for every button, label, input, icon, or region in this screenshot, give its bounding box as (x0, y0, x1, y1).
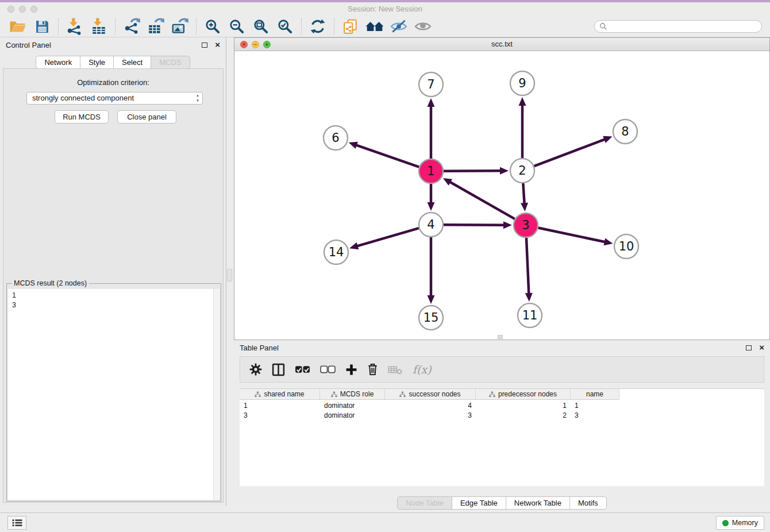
window-title: Session: New Session (0, 2, 770, 16)
mcds-result-group: MCDS result (2 nodes) 1 3 (6, 283, 221, 502)
search-icon (599, 22, 607, 30)
tab-select[interactable]: Select (113, 56, 151, 69)
edge-2-8[interactable] (534, 139, 606, 166)
table-panel: Table Panel × f(x) shared nameMCDS roles… (234, 340, 770, 512)
toolbar-separator (115, 18, 116, 34)
tab-node-table[interactable]: Node Table (397, 496, 452, 510)
tab-style[interactable]: Style (80, 56, 114, 69)
task-history-button[interactable] (7, 516, 26, 530)
criterion-select[interactable]: strongly connected component ▲▼ (26, 92, 203, 105)
table-header-row: shared nameMCDS rolesuccessor nodesprede… (240, 389, 619, 400)
column-header-shared-name[interactable]: shared name (240, 389, 320, 400)
column-header-predecessor-nodes[interactable]: predecessor nodes (476, 389, 571, 400)
column-header-MCDS-role[interactable]: MCDS role (320, 389, 385, 400)
list-icon (12, 519, 22, 527)
cell[interactable]: dominator (320, 411, 385, 421)
close-view-light[interactable]: × (240, 41, 248, 48)
cell[interactable]: 3 (385, 411, 476, 421)
table-panel-title: Table Panel (240, 344, 279, 352)
zoom-in-icon[interactable] (201, 17, 225, 36)
open-in-cybrowser-icon[interactable] (338, 17, 363, 36)
edge-2-3[interactable] (523, 183, 524, 205)
search-input[interactable] (610, 22, 757, 30)
cell[interactable]: 1 (571, 401, 619, 411)
network-window-titlebar[interactable]: × − + scc.txt (234, 38, 769, 51)
cell[interactable]: 4 (385, 401, 476, 411)
mcds-result-lines: 1 3 (8, 289, 220, 312)
maximize-window-light[interactable] (30, 6, 37, 13)
edge-1-2[interactable] (444, 171, 502, 171)
export-image-icon[interactable] (168, 17, 192, 36)
edge-3-10[interactable] (538, 228, 606, 242)
node-label-4: 4 (427, 218, 434, 232)
cell[interactable]: 1 (476, 401, 571, 411)
show-all-networks-home-icon[interactable] (363, 17, 387, 36)
select-all-checkboxes-icon[interactable] (295, 361, 310, 378)
criterion-selected-value: strongly connected component (32, 94, 134, 102)
result-scrollbar[interactable] (213, 289, 220, 500)
edge-4-14[interactable] (356, 228, 419, 246)
memory-status-icon (722, 520, 729, 526)
tab-mcds[interactable]: MCDS (151, 56, 190, 69)
table-row[interactable]: 1dominator411 (240, 401, 619, 411)
column-header-successor-nodes[interactable]: successor nodes (385, 389, 476, 400)
save-session-icon[interactable] (30, 17, 54, 36)
edge-4-3[interactable] (444, 225, 505, 225)
tab-motifs[interactable]: Motifs (569, 496, 607, 510)
zoom-selected-icon[interactable] (273, 17, 297, 36)
apply-function-icon: f(x) (413, 361, 432, 378)
deselect-all-checkboxes-icon[interactable] (320, 361, 336, 378)
search-field[interactable] (594, 20, 762, 33)
maximize-view-light[interactable]: + (263, 41, 271, 48)
import-network-icon[interactable] (63, 17, 87, 36)
hide-selected-eye-slash-icon[interactable] (387, 17, 411, 36)
export-table-icon[interactable] (144, 17, 168, 36)
close-panel-button[interactable]: Close panel (117, 110, 176, 124)
memory-button[interactable]: Memory (716, 516, 764, 530)
float-panel-icon[interactable] (202, 43, 207, 48)
edge-arrowhead-3-10 (603, 238, 613, 246)
cell[interactable]: 3 (240, 411, 320, 421)
edge-3-1[interactable] (449, 182, 515, 219)
close-window-light[interactable] (7, 6, 14, 13)
column-header-name[interactable]: name (571, 389, 619, 400)
show-columns-icon[interactable] (272, 361, 285, 378)
network-canvas[interactable]: 7968124314101511 (234, 51, 769, 340)
cell[interactable]: 1 (240, 401, 320, 411)
close-table-panel-icon[interactable]: × (759, 342, 764, 353)
view-splitter-grip[interactable] (498, 335, 503, 339)
cell[interactable]: 3 (571, 411, 619, 421)
open-session-folder-icon[interactable] (6, 17, 30, 36)
show-hidden-eye-icon[interactable] (411, 17, 435, 36)
table-options-gear-icon[interactable] (249, 361, 262, 378)
minimize-view-light[interactable]: − (252, 41, 259, 48)
mcds-result-textarea[interactable]: 1 3 (8, 289, 220, 500)
node-table[interactable]: shared nameMCDS rolesuccessor nodesprede… (240, 388, 764, 486)
import-table-icon[interactable] (87, 17, 111, 36)
tab-network[interactable]: Network (36, 56, 80, 69)
edge-3-11[interactable] (526, 238, 529, 295)
cell[interactable]: dominator (320, 401, 385, 411)
float-table-panel-icon[interactable] (746, 345, 752, 350)
export-network-icon[interactable] (120, 17, 144, 36)
zoom-out-icon[interactable] (225, 17, 249, 36)
tab-network-table[interactable]: Network Table (506, 496, 570, 510)
tab-edge-table[interactable]: Edge Table (452, 496, 506, 510)
close-panel-icon[interactable]: × (215, 40, 220, 50)
cell[interactable]: 2 (476, 411, 571, 421)
status-bar: Memory (0, 512, 770, 532)
zoom-fit-icon[interactable] (249, 17, 273, 36)
run-mcds-button[interactable]: Run MCDS (55, 110, 109, 124)
edge-arrowhead-2-3 (521, 203, 528, 211)
node-label-2: 2 (518, 164, 526, 178)
node-label-15: 15 (424, 311, 439, 325)
refresh-view-icon[interactable] (306, 17, 330, 36)
memory-label: Memory (732, 519, 758, 527)
minimize-window-light[interactable] (19, 6, 26, 13)
delete-columns-trash-icon[interactable] (367, 361, 378, 378)
table-row[interactable]: 3dominator323 (240, 411, 619, 421)
panel-splitter-grip[interactable] (227, 269, 232, 282)
edge-arrowhead-3-11 (525, 293, 533, 302)
add-column-plus-icon[interactable] (345, 361, 357, 378)
edge-1-6[interactable] (355, 145, 419, 167)
